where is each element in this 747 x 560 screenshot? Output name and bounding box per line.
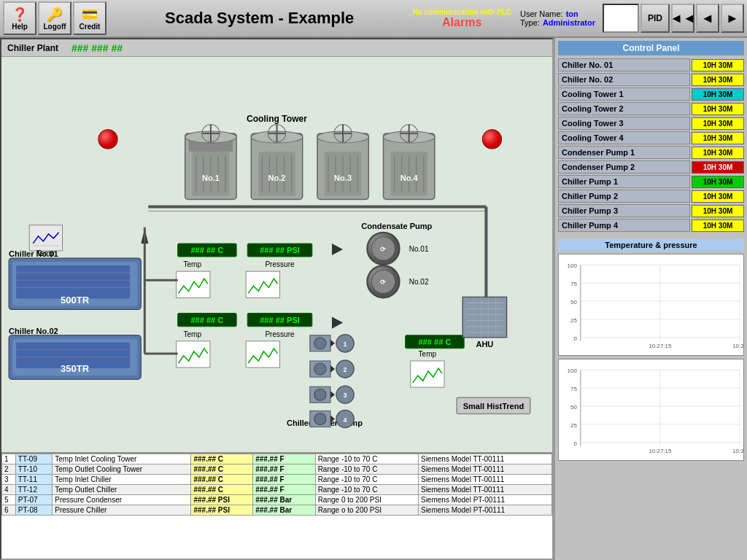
cp-row-8[interactable]: Chiller Pump 110H 30M	[558, 175, 744, 188]
svg-text:75: 75	[570, 281, 577, 287]
row-val2: ###.## F	[253, 464, 316, 475]
cp-label-4: Cooling Tower 3	[558, 117, 690, 130]
row-num: 1	[2, 454, 16, 464]
cp-label-10: Chiller Pump 3	[558, 204, 690, 217]
chiller2-label: Chiller No.02	[9, 327, 58, 335]
row-range: Range -10 to 70 C	[315, 485, 418, 495]
svg-text:Pressure: Pressure	[265, 260, 295, 268]
pid-button[interactable]: PID	[640, 4, 670, 33]
control-panel-title: Control Panel	[558, 41, 744, 55]
row-val2: ###.## F	[253, 475, 316, 485]
user-area: User Name: ton Type: Administrator	[520, 9, 595, 27]
cooling-tower-4[interactable]: No.4	[383, 125, 434, 200]
row-range: Range -10 to 70 C	[315, 475, 418, 485]
logoff-button[interactable]: 🔑 Logoff	[38, 1, 71, 35]
row-val2: ###.## Bar	[253, 505, 316, 516]
cooling-tower-2[interactable]: No.2	[251, 125, 302, 200]
credit-button[interactable]: 💳 Credit	[73, 1, 107, 35]
cp-row-6[interactable]: Condenser Pump 110H 30M	[558, 146, 744, 159]
chiller-1[interactable]: 500TR	[9, 258, 141, 309]
cp-row-1[interactable]: Chiller No. 0210H 30M	[558, 73, 744, 86]
row-num: 6	[2, 505, 16, 516]
cooling-tower-label: Cooling Tower	[247, 114, 307, 124]
row-range: Range -10 to 70 C	[315, 464, 418, 475]
chart-1: 100 75 50 25 0 10:27:15 10:27	[558, 254, 744, 356]
chiller-2[interactable]: 350TR	[9, 335, 141, 379]
cp-row-9[interactable]: Chiller Pump 210H 30M	[558, 190, 744, 203]
trend-box-5[interactable]	[411, 361, 444, 387]
table-row[interactable]: 5 PT-07 Pressure Condenser ###.## PSI ##…	[2, 495, 552, 505]
cp-row-7[interactable]: Condenser Pump 210H 30M	[558, 160, 744, 174]
chart-svg-1: 100 75 50 25 0 10:27:15 10:27	[559, 254, 743, 355]
cp-value-1: 10H 30M	[692, 74, 744, 86]
data-table: 1 TT-09 Temp Inlet Cooling Tower ###.## …	[1, 453, 552, 559]
nav-back-button[interactable]: ◄◄	[671, 4, 694, 33]
cp-value-9: 10H 30M	[692, 190, 744, 203]
cp-value-8: 10H 30M	[692, 176, 744, 188]
pid-display	[603, 4, 639, 33]
svg-text:500TR: 500TR	[61, 295, 90, 306]
cp-value-4: 10H 30M	[692, 117, 744, 130]
table-row[interactable]: 2 TT-10 Temp Outlet Cooling Tower ###.##…	[2, 464, 552, 475]
table-row[interactable]: 3 TT-11 Temp Inlet Chiller ###.## C ###.…	[2, 475, 552, 485]
help-button[interactable]: ❓ Help	[3, 1, 36, 35]
cooling-tower-1[interactable]: No.1	[185, 125, 236, 200]
row-val2: ###.## F	[253, 454, 316, 464]
cp-row-5[interactable]: Cooling Tower 410H 30M	[558, 131, 744, 144]
svg-text:10:27:15: 10:27:15	[649, 448, 671, 454]
cp-label-8: Chiller Pump 1	[558, 175, 690, 188]
trend-box-4[interactable]	[246, 341, 279, 368]
cp-label-11: Chiller Pump 4	[558, 219, 690, 232]
svg-rect-61	[16, 265, 130, 298]
row-num: 3	[2, 475, 16, 485]
nav-prev-button[interactable]: ◄	[696, 4, 719, 33]
cp-row-11[interactable]: Chiller Pump 410H 30M	[558, 219, 744, 232]
svg-point-99	[314, 413, 326, 424]
svg-text:50: 50	[570, 404, 577, 411]
cp-row-4[interactable]: Cooling Tower 310H 30M	[558, 117, 744, 130]
table-row[interactable]: 1 TT-09 Temp Inlet Cooling Tower ###.## …	[2, 454, 552, 464]
cp-value-5: 10H 30M	[692, 132, 744, 144]
svg-point-89	[314, 363, 326, 375]
user-type: Administrator	[543, 18, 595, 27]
row-range: Range o to 200 PSI	[315, 505, 418, 516]
svg-text:0: 0	[573, 440, 577, 447]
row-model: Siemens Model TT-00111	[418, 475, 551, 485]
svg-text:350TR: 350TR	[61, 363, 90, 374]
row-val1: ###.## PSI	[191, 495, 253, 505]
main-content: Chiller Plant ### ### ## Cooling Tower	[0, 38, 747, 560]
type-label: Type:	[520, 18, 540, 27]
trend-box-2[interactable]	[246, 271, 279, 298]
svg-text:No.4: No.4	[400, 174, 419, 182]
cp-row-3[interactable]: Cooling Tower 210H 30M	[558, 102, 744, 115]
cooling-tower-3[interactable]: No.3	[317, 125, 368, 200]
svg-point-94	[314, 389, 326, 400]
trend-box-3[interactable]	[177, 341, 210, 368]
condensate-pump-label: Condensate Pump	[361, 222, 432, 230]
table-row[interactable]: 6 PT-08 Pressure Chiller ###.## PSI ###.…	[2, 505, 552, 516]
row-desc: Temp Outlet Cooling Tower	[53, 464, 191, 475]
cp-label-3: Cooling Tower 2	[558, 102, 690, 115]
nav-next-button[interactable]: ►	[721, 4, 744, 33]
row-val1: ###.## C	[191, 464, 253, 475]
cp-label-0: Chiller No. 01	[558, 58, 690, 71]
cp-row-2[interactable]: Cooling Tower 110H 30M	[558, 88, 744, 101]
svg-text:Temp: Temp	[183, 260, 201, 268]
chart-2: 100 75 50 25 0 10:27:15 10:27	[558, 359, 744, 461]
svg-text:No.2: No.2	[268, 174, 286, 182]
cp-label-6: Condenser Pump 1	[558, 146, 690, 159]
svg-text:No.1: No.1	[202, 174, 220, 182]
table-body: 1 TT-09 Temp Inlet Cooling Tower ###.## …	[2, 454, 552, 516]
cp-value-10: 10H 30M	[692, 205, 744, 217]
cp-row-10[interactable]: Chiller Pump 310H 30M	[558, 204, 744, 217]
row-range: Range -10 to 70 C	[315, 454, 418, 464]
row-model: Siemens Model PT-00111	[418, 505, 551, 516]
trend-box-1[interactable]	[177, 271, 210, 298]
charts-area: Temperature & pressure 100	[555, 236, 747, 560]
table-row[interactable]: 4 TT-12 Temp Outlet Chiller ###.## C ###…	[2, 485, 552, 495]
cp-row-0[interactable]: Chiller No. 0110H 30M	[558, 58, 744, 71]
row-val2: ###.## F	[253, 485, 316, 495]
row-val1: ###.## C	[191, 485, 253, 495]
scada-panel: Chiller Plant ### ### ## Cooling Tower	[0, 38, 554, 560]
svg-text:No.3: No.3	[334, 174, 352, 182]
